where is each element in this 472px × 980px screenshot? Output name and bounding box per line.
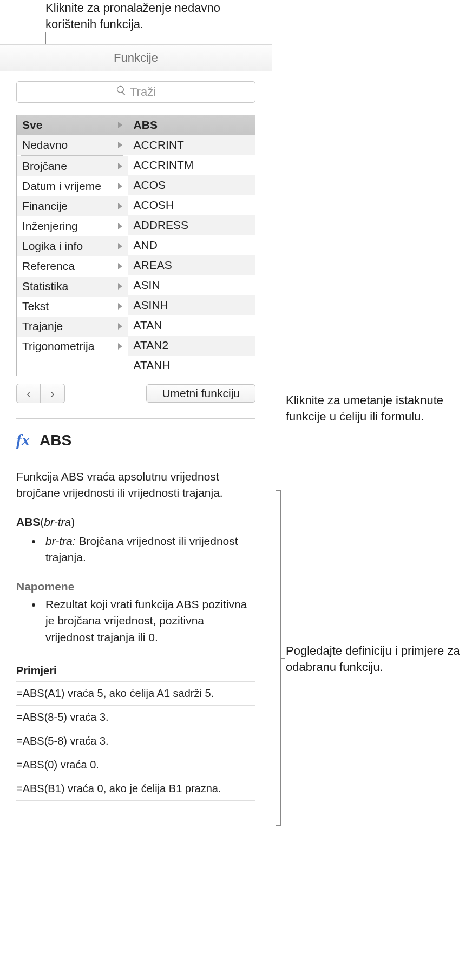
category-item[interactable]: Trajanje — [17, 317, 128, 337]
category-label: Referenca — [22, 260, 75, 273]
functions-panel: Funkcije Traži SveNedavnoBrojčaneDatum i… — [0, 44, 272, 823]
function-browser: SveNedavnoBrojčaneDatum i vrijemeFinanci… — [16, 115, 255, 376]
function-label: ACCRINTM — [134, 159, 194, 172]
function-item[interactable]: ACCRINT — [128, 135, 255, 155]
category-item[interactable]: Inženjering — [17, 216, 128, 236]
category-label: Trajanje — [22, 320, 63, 333]
category-item[interactable]: Nedavno — [17, 135, 128, 155]
insert-function-button[interactable]: Umetni funkciju — [146, 384, 255, 403]
chevron-right-icon — [118, 243, 122, 249]
category-label: Brojčane — [22, 160, 67, 173]
callout-definition: Pogledajte definiciju i primjere za odab… — [286, 643, 470, 675]
chevron-right-icon — [118, 263, 122, 269]
example-item: =ABS(0) vraća 0. — [16, 753, 255, 777]
chevron-right-icon — [118, 163, 122, 169]
bracket — [276, 490, 281, 826]
example-item: =ABS(B1) vraća 0, ako je ćelija B1 prazn… — [16, 777, 255, 801]
function-item[interactable]: ASINH — [128, 295, 255, 315]
example-item: =ABS(8-5) vraća 3. — [16, 706, 255, 729]
category-item[interactable]: Trigonometrija — [17, 337, 128, 357]
category-item[interactable]: Referenca — [17, 256, 128, 277]
forward-button[interactable]: › — [41, 384, 64, 403]
chevron-right-icon — [118, 283, 122, 290]
function-description: fx ABS Funkcija ABS vraća apsolutnu vrij… — [16, 418, 255, 823]
panel-title: Funkcije — [0, 44, 272, 71]
examples-list: =ABS(A1) vraća 5, ako ćelija A1 sadrži 5… — [16, 681, 255, 801]
function-name-heading: ABS — [40, 432, 71, 449]
category-label: Logika i info — [22, 240, 83, 253]
category-label: Tekst — [22, 300, 49, 313]
function-label: ACOS — [134, 179, 166, 192]
argument-name: br-tra: — [45, 535, 76, 547]
back-button[interactable]: ‹ — [17, 384, 41, 403]
category-label: Statistika — [22, 280, 68, 293]
function-label: ATANH — [134, 359, 171, 372]
category-label: Sve — [22, 119, 42, 131]
chevron-right-icon — [118, 343, 122, 350]
category-label: Inženjering — [22, 220, 78, 233]
chevron-right-icon — [118, 122, 122, 128]
search-icon — [116, 85, 127, 99]
function-item[interactable]: ATAN — [128, 315, 255, 336]
function-label: ADDRESS — [134, 219, 189, 232]
category-label: Datum i vrijeme — [22, 180, 101, 193]
panel-title-text: Funkcije — [114, 51, 158, 65]
category-item[interactable]: Datum i vrijeme — [17, 176, 128, 196]
category-column: SveNedavnoBrojčaneDatum i vrijemeFinanci… — [17, 115, 128, 376]
chevron-right-icon — [118, 142, 122, 148]
chevron-right-icon — [118, 323, 122, 330]
note-item: Rezultat koji vrati funkcija ABS pozitiv… — [42, 596, 255, 646]
chevron-right-icon — [118, 203, 122, 209]
function-label: ATAN — [134, 319, 162, 332]
syntax-args: br-tra — [44, 516, 71, 528]
chevron-right-icon — [118, 183, 122, 189]
argument-item: br-tra: Brojčana vrijednost ili vrijedno… — [42, 533, 255, 566]
category-label: Financije — [22, 200, 68, 213]
leader-line — [281, 658, 285, 659]
function-label: ABS — [134, 119, 158, 131]
callout-insert: Kliknite za umetanje istaknute funkcije … — [286, 392, 470, 424]
function-summary: Funkcija ABS vraća apsolutnu vrijednost … — [16, 469, 255, 502]
function-item[interactable]: ABS — [128, 115, 255, 135]
function-item[interactable]: ATANH — [128, 356, 255, 376]
category-item[interactable]: Brojčane — [17, 156, 128, 176]
chevron-right-icon — [118, 303, 122, 310]
search-input[interactable]: Traži — [16, 81, 255, 103]
function-item[interactable]: ACOSH — [128, 195, 255, 215]
function-label: AREAS — [134, 259, 172, 272]
function-label: ACCRINT — [134, 139, 184, 152]
function-item[interactable]: ADDRESS — [128, 215, 255, 235]
history-nav: ‹ › — [16, 384, 65, 403]
category-item[interactable]: Statistika — [17, 277, 128, 297]
function-label: AND — [134, 239, 158, 252]
search-placeholder: Traži — [130, 85, 156, 99]
category-label: Nedavno — [22, 139, 68, 152]
category-item[interactable]: Logika i info — [17, 236, 128, 256]
function-column: ABSACCRINTACCRINTMACOSACOSHADDRESSANDARE… — [128, 115, 255, 376]
fx-icon: fx — [16, 431, 30, 449]
category-label: Trigonometrija — [22, 340, 94, 353]
syntax-name: ABS — [16, 516, 40, 528]
function-item[interactable]: ASIN — [128, 275, 255, 295]
function-item[interactable]: ACCRINTM — [128, 155, 255, 175]
function-label: ATAN2 — [134, 339, 169, 352]
category-item[interactable]: Sve — [17, 115, 128, 135]
category-item[interactable]: Financije — [17, 196, 128, 216]
function-label: ASINH — [134, 299, 168, 312]
example-item: =ABS(5-8) vraća 3. — [16, 729, 255, 753]
function-item[interactable]: AREAS — [128, 255, 255, 275]
function-item[interactable]: ACOS — [128, 175, 255, 195]
callout-recent: Kliknite za pronalaženje nedavno korište… — [45, 0, 257, 32]
notes-heading: Napomene — [16, 580, 255, 593]
chevron-right-icon — [118, 223, 122, 229]
function-label: ACOSH — [134, 199, 174, 212]
function-label: ASIN — [134, 279, 160, 292]
function-item[interactable]: AND — [128, 235, 255, 255]
function-item[interactable]: ATAN2 — [128, 336, 255, 356]
category-item[interactable]: Tekst — [17, 297, 128, 317]
example-item: =ABS(A1) vraća 5, ako ćelija A1 sadrži 5… — [16, 682, 255, 706]
examples-heading: Primjeri — [16, 660, 255, 681]
function-syntax: ABS(br-tra) — [16, 516, 255, 529]
leader-line — [272, 404, 283, 404]
